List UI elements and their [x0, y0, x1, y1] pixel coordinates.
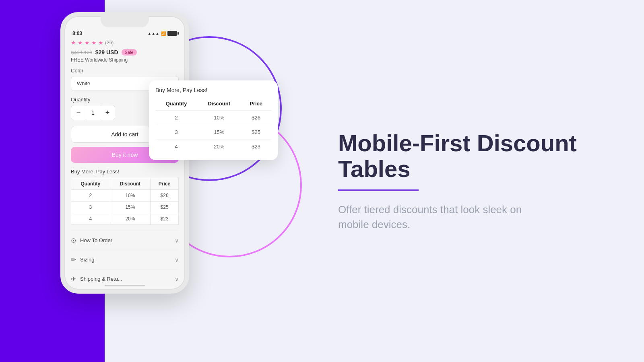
table-header-price: Price	[151, 178, 179, 190]
phone-content: ★ ★ ★ ★ ★ (26) $49 USD $29 USD Sale FREE…	[64, 36, 185, 290]
popup-header-qty: Quantity	[155, 97, 197, 110]
sale-badge: Sale	[122, 49, 137, 56]
quantity-value: 1	[86, 105, 100, 120]
right-section: Mobile-First Discount Tables Offer tiere…	[306, 106, 644, 256]
table-header-discount: Discount	[110, 178, 150, 190]
popup-row1-qty: 2	[155, 110, 197, 125]
popup-row1-discount: 10%	[197, 110, 241, 125]
title-line-2: Tables	[338, 156, 410, 182]
sale-price: $29 USD	[95, 49, 118, 56]
sizing-icon: ✏	[71, 256, 76, 263]
how-to-order-icon: ⊙	[71, 237, 76, 244]
quantity-controls: − 1 +	[71, 105, 115, 120]
popup-table-row: 2 10% $26	[155, 110, 271, 125]
accordion-left: ✈ Shipping & Retu...	[71, 275, 122, 283]
popup-table: Quantity Discount Price 2 10% $26 3 15% …	[155, 97, 271, 154]
rating-row: ★ ★ ★ ★ ★ (26)	[71, 39, 179, 46]
row3-discount: 20%	[110, 213, 150, 225]
star-3: ★	[85, 39, 90, 46]
signal-icon: ▲▲▲	[147, 31, 159, 36]
quantity-decrease-button[interactable]: −	[71, 105, 86, 120]
accordion-how-to-order-label: How To Order	[80, 237, 112, 243]
table-row: 3 15% $25	[71, 202, 179, 213]
subtitle-text: Offer tiered discounts that look sleek o…	[338, 202, 539, 232]
table-header-qty: Quantity	[71, 178, 110, 190]
popup-row1-price: $26	[241, 110, 271, 125]
home-indicator	[105, 285, 145, 286]
popup-row2-qty: 3	[155, 125, 197, 140]
accordion-sizing[interactable]: ✏ Sizing ∨	[71, 250, 179, 269]
popup-table-row: 4 20% $23	[155, 140, 271, 154]
title-underline	[338, 189, 419, 191]
chevron-down-icon: ∨	[175, 257, 179, 263]
chevron-down-icon: ∨	[175, 237, 179, 244]
popup-row2-price: $25	[241, 125, 271, 140]
shipping-text: FREE Worldwide Shipping	[71, 57, 179, 63]
row3-price: $23	[151, 213, 179, 225]
phone-time: 8:03	[72, 31, 82, 36]
price-row: $49 USD $29 USD Sale	[71, 49, 179, 56]
accordion-how-to-order[interactable]: ⊙ How To Order ∨	[71, 230, 179, 250]
accordion-left: ✏ Sizing	[71, 256, 94, 263]
accordion-left: ⊙ How To Order	[71, 237, 112, 244]
status-bar: 8:03 ▲▲▲ 📶	[64, 27, 185, 36]
popup-row3-price: $23	[241, 140, 271, 154]
star-4: ★	[91, 39, 97, 46]
row1-qty: 2	[71, 190, 110, 202]
discount-table: Quantity Discount Price 2 10% $26 3	[71, 178, 179, 225]
chevron-down-icon: ∨	[175, 276, 179, 282]
title-line-1: Mobile-First Discount	[338, 130, 577, 156]
accordion-sizing-label: Sizing	[80, 257, 94, 263]
popup-row3-qty: 4	[155, 140, 197, 154]
popup-discount-card: Buy More, Pay Less! Quantity Discount Pr…	[149, 80, 278, 160]
star-1: ★	[71, 39, 76, 46]
left-section: 8:03 ▲▲▲ 📶 ★ ★ ★ ★ ★ (26)	[0, 0, 306, 362]
row1-discount: 10%	[110, 190, 150, 202]
popup-row2-discount: 15%	[197, 125, 241, 140]
battery-icon	[167, 31, 177, 36]
row3-qty: 4	[71, 213, 110, 225]
popup-header-price: Price	[241, 97, 271, 110]
phone-notch	[101, 16, 149, 27]
quantity-increase-button[interactable]: +	[100, 105, 115, 120]
popup-table-row: 3 15% $25	[155, 125, 271, 140]
row2-discount: 15%	[110, 202, 150, 213]
star-5: ★	[98, 39, 103, 46]
popup-header-discount: Discount	[197, 97, 241, 110]
row2-qty: 3	[71, 202, 110, 213]
star-2: ★	[78, 39, 83, 46]
wifi-icon: 📶	[161, 31, 166, 36]
accordion-shipping-label: Shipping & Retu...	[80, 276, 122, 282]
table-row: 4 20% $23	[71, 213, 179, 225]
popup-title: Buy More, Pay Less!	[155, 87, 271, 93]
shipping-icon: ✈	[71, 275, 76, 283]
table-row: 2 10% $26	[71, 190, 179, 202]
row2-price: $25	[151, 202, 179, 213]
row1-price: $26	[151, 190, 179, 202]
main-heading: Mobile-First Discount Tables	[338, 130, 612, 182]
original-price: $49 USD	[71, 49, 92, 56]
discount-section-title: Buy More, Pay Less!	[71, 169, 179, 175]
status-icons: ▲▲▲ 📶	[147, 31, 177, 36]
color-label: Color	[71, 68, 179, 74]
popup-row3-discount: 20%	[197, 140, 241, 154]
review-count: (26)	[105, 40, 114, 45]
